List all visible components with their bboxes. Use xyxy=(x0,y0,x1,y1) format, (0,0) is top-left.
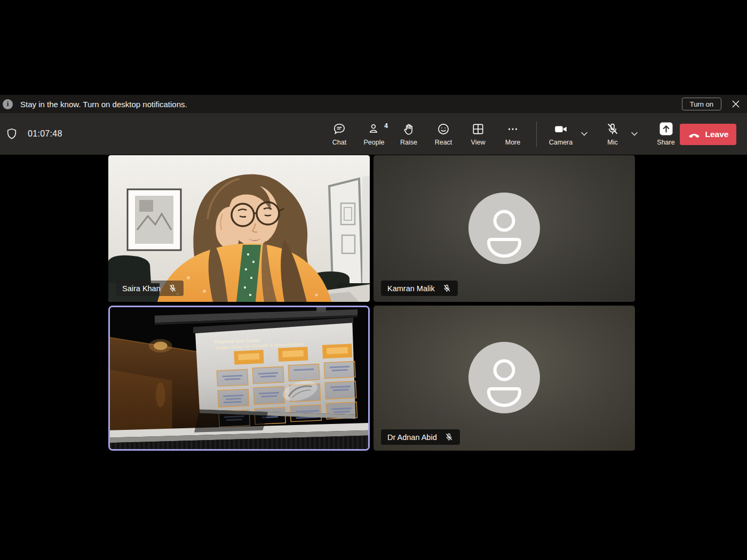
video-tile-kamran-malik[interactable]: Kamran Malik xyxy=(374,155,635,302)
leave-button[interactable]: Leave xyxy=(680,124,736,145)
participant-name: Dr Adnan Abid xyxy=(387,433,437,442)
mic-muted-icon xyxy=(606,122,619,136)
notification-text: Stay in the know. Turn on desktop notifi… xyxy=(20,100,187,109)
people-icon: 4 xyxy=(367,122,381,136)
mic-label: Mic xyxy=(607,139,617,146)
camera-options-chevron-icon[interactable] xyxy=(577,117,591,150)
meeting-timer: 01:07:48 xyxy=(28,129,62,139)
turn-on-button[interactable]: Turn on xyxy=(682,98,721,110)
chat-button[interactable]: Chat xyxy=(324,117,354,150)
people-button[interactable]: 4 People xyxy=(359,117,389,150)
raise-hand-button[interactable]: Raise xyxy=(394,117,424,150)
more-label: More xyxy=(505,139,520,146)
share-icon xyxy=(659,122,673,136)
video-tile-dr-adnan-abid[interactable]: Dr Adnan Abid xyxy=(374,306,635,451)
participant-name: Kamran Malik xyxy=(387,284,435,293)
video-tile-presentation-room[interactable]: Potential Use Cases Target Areas for Gro… xyxy=(108,306,370,451)
close-icon[interactable] xyxy=(731,99,741,109)
mic-off-icon xyxy=(444,433,454,442)
react-label: React xyxy=(435,139,452,146)
name-tag-dr-adnan-abid: Dr Adnan Abid xyxy=(381,429,460,445)
raise-label: Raise xyxy=(400,139,417,146)
hang-up-icon xyxy=(688,131,701,138)
share-label: Share xyxy=(657,139,674,146)
people-count-badge: 4 xyxy=(384,122,388,130)
camera-label: Camera xyxy=(549,139,573,146)
name-tag-kamran-malik: Kamran Malik xyxy=(381,281,458,296)
camera-icon xyxy=(553,122,568,136)
person-icon xyxy=(468,193,540,264)
avatar xyxy=(468,193,540,264)
meeting-toolbar: 01:07:48 Chat 4 People xyxy=(0,113,747,155)
mic-off-icon xyxy=(168,284,177,293)
person-icon xyxy=(468,342,540,413)
mic-options-chevron-icon[interactable] xyxy=(627,117,641,150)
camera-button[interactable]: Camera xyxy=(544,117,577,150)
notification-bar: i Stay in the know. Turn on desktop noti… xyxy=(0,95,747,113)
raise-hand-icon xyxy=(402,122,416,136)
react-button[interactable]: React xyxy=(428,117,458,150)
view-grid-icon xyxy=(471,122,485,136)
view-label: View xyxy=(471,139,486,146)
shield-icon xyxy=(5,127,18,142)
mic-button[interactable]: Mic xyxy=(598,117,627,150)
mic-off-icon xyxy=(442,284,451,293)
more-button[interactable]: More xyxy=(498,117,528,150)
info-icon: i xyxy=(3,99,13,109)
saira-video-scene xyxy=(108,155,370,302)
people-label: People xyxy=(364,139,385,146)
name-tag-saira-khan: Saira Khan xyxy=(116,281,184,296)
chat-icon xyxy=(332,122,346,136)
avatar xyxy=(468,342,540,413)
toolbar-separator xyxy=(536,122,537,147)
share-button[interactable]: Share xyxy=(651,117,681,150)
participant-name: Saira Khan xyxy=(122,284,161,293)
chat-label: Chat xyxy=(332,139,346,146)
react-smiley-icon xyxy=(436,122,450,136)
presentation-room-scene: Potential Use Cases Target Areas for Gro… xyxy=(110,307,368,449)
more-dots-icon xyxy=(506,122,520,136)
view-button[interactable]: View xyxy=(463,117,493,150)
leave-label: Leave xyxy=(705,130,729,139)
video-tile-saira-khan[interactable]: Saira Khan xyxy=(108,155,370,302)
